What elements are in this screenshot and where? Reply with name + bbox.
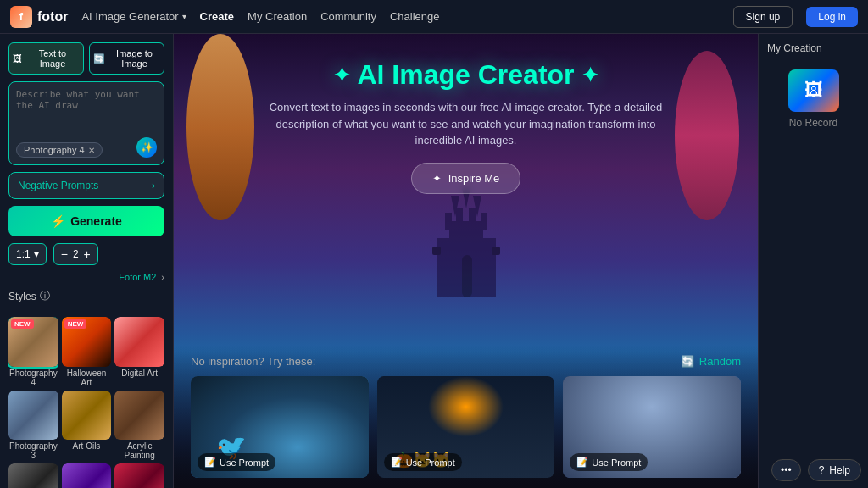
right-panel-title: My Creation: [767, 42, 822, 54]
style-item-photography4[interactable]: NEW Photography 4: [8, 317, 58, 387]
style-item-acrylic[interactable]: Acrylic Painting: [114, 391, 164, 461]
more-icon: •••: [781, 464, 792, 476]
logo[interactable]: f fotor: [10, 6, 68, 28]
nav-community-label: Community: [320, 10, 376, 23]
nav-create[interactable]: Create: [200, 10, 234, 23]
negative-prompts[interactable]: Negative Prompts ›: [8, 172, 164, 199]
chevron-down-icon: ▾: [34, 248, 39, 260]
ratio-select[interactable]: 1:1 ▾: [8, 243, 47, 265]
use-prompt-button-2[interactable]: 📝 Use Prompt: [384, 453, 462, 471]
ratio-value: 1:1: [16, 248, 31, 260]
hero-content: ✦ AI Image Creator ✦ Convert text to ima…: [174, 34, 758, 194]
style-item-halloween[interactable]: NEW Halloween Art: [62, 317, 112, 387]
style-item-label: Photography 4: [8, 369, 58, 387]
tag-label: Photography 4: [24, 145, 85, 155]
style-item-creepy-tattoo[interactable]: Creepy Tattoo: [114, 463, 164, 488]
swap-icon: 🔄: [93, 53, 105, 64]
right-panel: My Creation 🖼 No Record ••• ? Help: [758, 34, 868, 488]
use-prompt-label: Use Prompt: [406, 458, 455, 468]
svg-rect-3: [445, 213, 452, 230]
random-label: Random: [699, 355, 741, 368]
inspire-label: Inspire Me: [448, 172, 500, 185]
inspire-me-button[interactable]: ✦ Inspire Me: [411, 163, 521, 194]
nav-my-creation-label: My Creation: [248, 10, 307, 23]
style-item-label: Art Oils: [62, 441, 112, 451]
photography-tag: Photography 4 ✕: [16, 142, 103, 158]
style-item-art-oils[interactable]: Art Oils: [62, 391, 112, 461]
sparkle-left-icon: ✦: [333, 64, 350, 87]
hero-title-text: AI Image Creator: [357, 59, 574, 91]
main-layout: 🖼 Text to Image 🔄 Image to Image Photogr…: [0, 34, 868, 488]
style-item-bw-tattoo[interactable]: B&W Tattoo: [8, 463, 58, 488]
no-record-area: 🖼 No Record: [788, 69, 839, 129]
signup-button[interactable]: Sign up: [733, 6, 793, 28]
generate-icon: ⚡: [51, 214, 65, 228]
style-grid: NEW Photography 4 NEW Halloween Art Digi…: [8, 317, 164, 488]
magic-icon: ✨: [141, 141, 153, 153]
random-button[interactable]: 🔄 Random: [681, 355, 741, 368]
styles-text: Styles: [8, 291, 36, 302]
svg-rect-10: [462, 255, 472, 297]
chevron-down-icon: ▾: [182, 12, 186, 21]
style-item-label: Halloween Art: [62, 369, 112, 387]
generate-button[interactable]: ⚡ Generate: [8, 206, 164, 236]
image-icon: 🖼: [13, 53, 22, 64]
nav-ai-generator[interactable]: AI Image Generator ▾: [81, 10, 186, 23]
tab-text-label: Text to Image: [25, 48, 80, 69]
generate-label: Generate: [70, 214, 122, 228]
svg-rect-11: [432, 247, 441, 255]
tab-image-to-image[interactable]: 🔄 Image to Image: [89, 42, 164, 75]
help-label: Help: [829, 464, 850, 476]
nav-community[interactable]: Community: [320, 10, 376, 23]
svg-rect-4: [456, 208, 463, 230]
tab-text-to-image[interactable]: 🖼 Text to Image: [8, 42, 84, 75]
help-icon: ?: [819, 464, 825, 476]
style-item-tattoo-art[interactable]: Tattoo Art: [62, 463, 112, 488]
quantity-value: 2: [73, 248, 79, 260]
new-badge: NEW: [64, 319, 87, 329]
tab-image-label: Image to Image: [108, 48, 160, 69]
nav-my-creation[interactable]: My Creation: [248, 10, 307, 23]
style-item-digital-art[interactable]: Digital Art: [114, 317, 164, 387]
sparkle-right-icon: ✦: [581, 64, 598, 87]
magic-button[interactable]: ✨: [136, 137, 157, 158]
inspiration-grid: 🐦 📝 Use Prompt 🎃🐱🐱 📝 Use Pr: [191, 376, 741, 478]
quantity-increase[interactable]: +: [84, 247, 91, 261]
inspiration-header: No inspiration? Try these: 🔄 Random: [191, 355, 741, 368]
nav-challenge[interactable]: Challenge: [390, 10, 440, 23]
inspiration-section: No inspiration? Try these: 🔄 Random 🐦 📝: [174, 345, 758, 488]
hero-title: ✦ AI Image Creator ✦: [333, 59, 598, 91]
style-item-photography3[interactable]: Photography 3: [8, 391, 58, 461]
inspiration-label: No inspiration? Try these:: [191, 355, 315, 368]
chevron-right-icon: ›: [152, 180, 155, 191]
inspire-icon: ✦: [432, 172, 442, 185]
more-button[interactable]: •••: [771, 459, 801, 481]
inspiration-item-1: 🐦 📝 Use Prompt: [191, 376, 369, 478]
mode-tabs: 🖼 Text to Image 🔄 Image to Image: [8, 42, 164, 75]
svg-rect-12: [492, 247, 500, 255]
inspiration-item-2: 🎃🐱🐱 📝 Use Prompt: [377, 376, 555, 478]
login-button[interactable]: Log in: [806, 7, 858, 27]
nav-ai-label: AI Image Generator: [81, 10, 178, 23]
svg-rect-5: [469, 208, 476, 230]
random-icon: 🔄: [681, 355, 694, 368]
new-badge: NEW: [11, 319, 34, 329]
bottom-bar: ••• ? Help: [771, 459, 861, 481]
styles-label: Styles ⓘ: [8, 289, 164, 303]
model-row: Fotor M2 ›: [8, 272, 164, 282]
help-button[interactable]: ? Help: [808, 459, 861, 481]
logo-text: fotor: [37, 9, 68, 25]
use-prompt-button-3[interactable]: 📝 Use Prompt: [570, 453, 648, 471]
prompt-input[interactable]: [16, 89, 157, 136]
tag-remove-icon[interactable]: ✕: [88, 146, 95, 155]
svg-rect-1: [437, 238, 462, 297]
style-item-label: Photography 3: [8, 441, 58, 460]
quantity-decrease[interactable]: −: [61, 247, 68, 261]
svg-rect-2: [470, 238, 496, 297]
negative-prompts-label: Negative Prompts: [18, 180, 98, 191]
prompt-icon: 📝: [391, 457, 403, 468]
prompt-icon: 📝: [576, 457, 588, 468]
use-prompt-button-1[interactable]: 📝 Use Prompt: [198, 453, 275, 471]
use-prompt-label: Use Prompt: [592, 458, 641, 468]
model-name: Fotor M2: [119, 272, 156, 282]
